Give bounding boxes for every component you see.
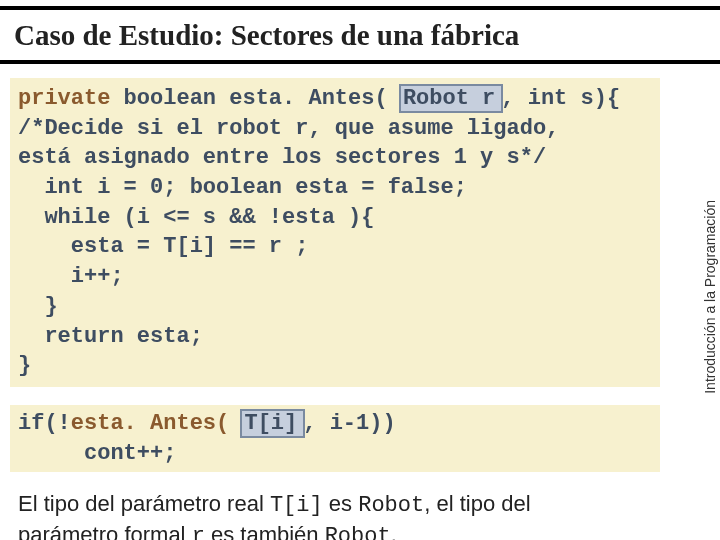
code-text: , int s){	[501, 86, 620, 111]
code-line: esta = T[i] == r ;	[18, 232, 652, 262]
explain-text: , el tipo del	[424, 491, 530, 516]
explain-text: es	[323, 491, 358, 516]
code-line: /*Decide si el robot r, que asume ligado…	[18, 114, 652, 144]
side-label: Introducción a la Programación Orientada…	[702, 200, 720, 394]
mono-text: Robot	[358, 493, 424, 518]
mono-text: r	[192, 524, 205, 540]
code-text: , i-1))	[303, 411, 395, 436]
slide: Caso de Estudio: Sectores de una fábrica…	[0, 0, 720, 540]
explain-text: es también	[205, 522, 325, 540]
code-line: cont++;	[18, 439, 652, 469]
code-line: int i = 0; boolean esta = false;	[18, 173, 652, 203]
code-line: return esta;	[18, 322, 652, 352]
code-line: }	[18, 292, 652, 322]
code-line: i++;	[18, 262, 652, 292]
keyword-private: private	[18, 86, 110, 111]
mono-text: Robot	[325, 524, 391, 540]
explain-text: El tipo del parámetro real	[18, 491, 270, 516]
code-line: private boolean esta. Antes( Robot r , i…	[18, 84, 652, 114]
code-block-2: if(!esta. Antes( T[i] , i-1)) cont++;	[10, 405, 660, 472]
explain-text: .	[391, 522, 397, 540]
code-line: está asignado entre los sectores 1 y s*/	[18, 143, 652, 173]
call-estaAntes: esta. Antes(	[71, 411, 243, 436]
boxed-param-robot-r: Robot r	[399, 84, 503, 113]
code-line: while (i <= s && !esta ){	[18, 203, 652, 233]
boxed-arg-ti: T[i]	[240, 409, 305, 438]
side-line-1: Introducción a la Programación	[702, 200, 718, 394]
page-title: Caso de Estudio: Sectores de una fábrica	[14, 19, 519, 52]
title-band: Caso de Estudio: Sectores de una fábrica	[0, 6, 720, 64]
code-text: if(!	[18, 411, 71, 436]
explanation-text: El tipo del parámetro real T[i] es Robot…	[10, 490, 660, 540]
mono-text: T[i]	[270, 493, 323, 518]
code-block-1: private boolean esta. Antes( Robot r , i…	[10, 78, 660, 387]
code-line: }	[18, 351, 652, 381]
code-text: boolean esta. Antes(	[110, 86, 400, 111]
explain-text: parámetro formal	[18, 522, 192, 540]
code-line: if(!esta. Antes( T[i] , i-1))	[18, 409, 652, 439]
content-area: private boolean esta. Antes( Robot r , i…	[10, 78, 660, 540]
